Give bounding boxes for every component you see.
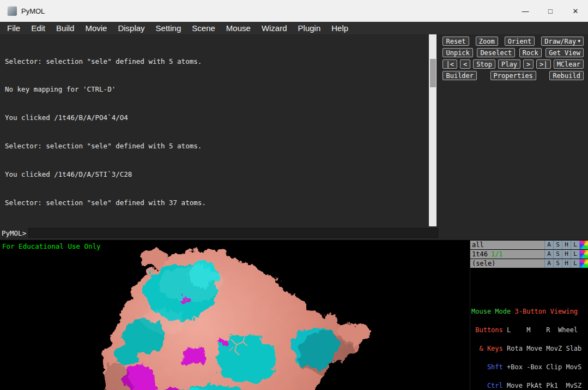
chevron-down-icon: ▼ xyxy=(578,39,580,44)
object-state: 1/1 xyxy=(491,250,503,258)
mouse-matrix-row: Ctrl Move PkAt Pk1 MvSZ xyxy=(471,383,588,389)
menu-wizard[interactable]: Wizard xyxy=(256,22,293,34)
movie-rewind-button[interactable]: |< xyxy=(442,59,457,69)
object-name[interactable]: all xyxy=(470,241,484,249)
menu-bar: File Edit Build Movie Display Setting Sc… xyxy=(0,22,588,34)
console-line: Selector: selection "sele" defined with … xyxy=(5,141,429,151)
mouse-mode-line[interactable]: Mouse Mode 3-Button Viewing xyxy=(471,309,588,315)
draw-ray-button[interactable]: Draw/Ray▼ xyxy=(541,37,584,46)
title-bar: PyMOL — □ ✕ xyxy=(0,0,588,22)
movie-play-button[interactable]: Play xyxy=(498,59,520,69)
object-row-1t46[interactable]: 1t46 1/1 A S H L xyxy=(470,250,588,259)
mouse-matrix-header: Buttons L M R Wheel xyxy=(471,327,588,333)
get-view-button[interactable]: Get View xyxy=(545,48,584,57)
color-button[interactable] xyxy=(579,241,588,249)
menu-file[interactable]: File xyxy=(2,22,26,34)
unpick-button[interactable]: Unpick xyxy=(442,48,472,57)
zoom-button[interactable]: Zoom xyxy=(476,37,498,46)
minimize-button[interactable]: — xyxy=(513,0,538,22)
console-log: Selector: selection "sele" defined with … xyxy=(0,34,429,226)
maximize-button[interactable]: □ xyxy=(538,0,563,22)
builder-button[interactable]: Builder xyxy=(442,71,477,80)
mouse-matrix-row: & Keys Rota Move MovZ Slab xyxy=(471,346,588,352)
properties-button[interactable]: Properties xyxy=(490,71,536,80)
color-button[interactable] xyxy=(579,250,588,259)
console-line: Selector: selection "sele" defined with … xyxy=(5,57,429,66)
menu-display[interactable]: Display xyxy=(112,22,150,34)
action-button[interactable]: A xyxy=(544,259,553,268)
console-line: Selector: selection "sele" defined with … xyxy=(5,198,429,207)
movie-forward-button[interactable]: > xyxy=(523,59,534,69)
label-button[interactable]: L xyxy=(571,259,579,268)
educational-watermark: For Educational Use Only xyxy=(2,242,101,250)
mouse-mode-panel: Mouse Mode 3-Button Viewing Buttons L M … xyxy=(470,296,588,390)
pymol-app-icon xyxy=(7,6,17,16)
external-gui-buttons: Reset Zoom Orient Draw/Ray▼ Unpick Desel… xyxy=(437,34,588,226)
menu-help[interactable]: Help xyxy=(326,22,354,34)
action-button[interactable]: A xyxy=(544,250,553,259)
movie-end-button[interactable]: >| xyxy=(536,59,550,69)
window-title: PyMOL xyxy=(21,7,45,15)
menu-plugin[interactable]: Plugin xyxy=(293,22,326,34)
window-controls: — □ ✕ xyxy=(513,0,588,22)
reset-button[interactable]: Reset xyxy=(442,37,469,46)
object-row-sele[interactable]: (sele) A S H L xyxy=(470,259,588,268)
show-button[interactable]: S xyxy=(553,259,562,268)
pymol-window: PyMOL — □ ✕ File Edit Build Movie Displa… xyxy=(0,0,588,390)
rebuild-button[interactable]: Rebuild xyxy=(549,71,584,80)
protein-surface-render xyxy=(0,240,470,390)
draw-ray-label: Draw/Ray xyxy=(544,38,576,45)
action-button[interactable]: A xyxy=(544,241,553,249)
object-name[interactable]: 1t46 xyxy=(470,250,488,258)
close-button[interactable]: ✕ xyxy=(563,0,588,22)
label-button[interactable]: L xyxy=(571,250,579,259)
mouse-matrix-row: Shft +Box -Box Clip MovS xyxy=(471,364,588,370)
object-panel: all A S H L 1t46 1/1 A S H L xyxy=(470,240,588,390)
command-prompt: PyMOL> xyxy=(2,229,26,237)
menu-movie[interactable]: Movie xyxy=(80,22,112,34)
menu-mouse[interactable]: Mouse xyxy=(221,22,256,34)
show-button[interactable]: S xyxy=(553,250,562,259)
deselect-button[interactable]: Deselect xyxy=(477,48,515,57)
movie-back-button[interactable]: < xyxy=(460,59,470,69)
menu-edit[interactable]: Edit xyxy=(26,22,51,34)
command-line: PyMOL> xyxy=(0,226,588,240)
movie-stop-button[interactable]: Stop xyxy=(473,59,495,69)
show-button[interactable]: S xyxy=(553,241,562,249)
hide-button[interactable]: H xyxy=(562,259,571,268)
main-area: For Educational Use Only xyxy=(0,240,588,390)
console-line: You clicked /1t46/D/A/STI`3/C28 xyxy=(5,170,429,179)
orient-button[interactable]: Orient xyxy=(505,37,535,46)
3d-viewport[interactable]: For Educational Use Only xyxy=(0,240,470,390)
upper-panel: Selector: selection "sele" defined with … xyxy=(0,34,588,226)
menu-setting[interactable]: Setting xyxy=(150,22,187,34)
console-line: No key mapping for 'CTRL-D' xyxy=(5,85,429,94)
console-scrollbar[interactable] xyxy=(429,34,437,226)
hide-button[interactable]: H xyxy=(562,250,571,259)
menu-scene[interactable]: Scene xyxy=(186,22,221,34)
object-name[interactable]: (sele) xyxy=(470,260,495,267)
object-row-all[interactable]: all A S H L xyxy=(470,241,588,249)
mclear-button[interactable]: MClear xyxy=(554,59,584,69)
rock-button[interactable]: Rock xyxy=(519,48,542,57)
command-input[interactable] xyxy=(28,228,438,238)
console-line: You clicked /1t46/B/A/PO4`4/O4 xyxy=(5,113,429,122)
console-scrollbar-thumb[interactable] xyxy=(430,59,436,87)
label-button[interactable]: L xyxy=(571,241,579,249)
menu-build[interactable]: Build xyxy=(51,22,80,34)
color-button[interactable] xyxy=(579,259,588,268)
hide-button[interactable]: H xyxy=(562,241,571,249)
